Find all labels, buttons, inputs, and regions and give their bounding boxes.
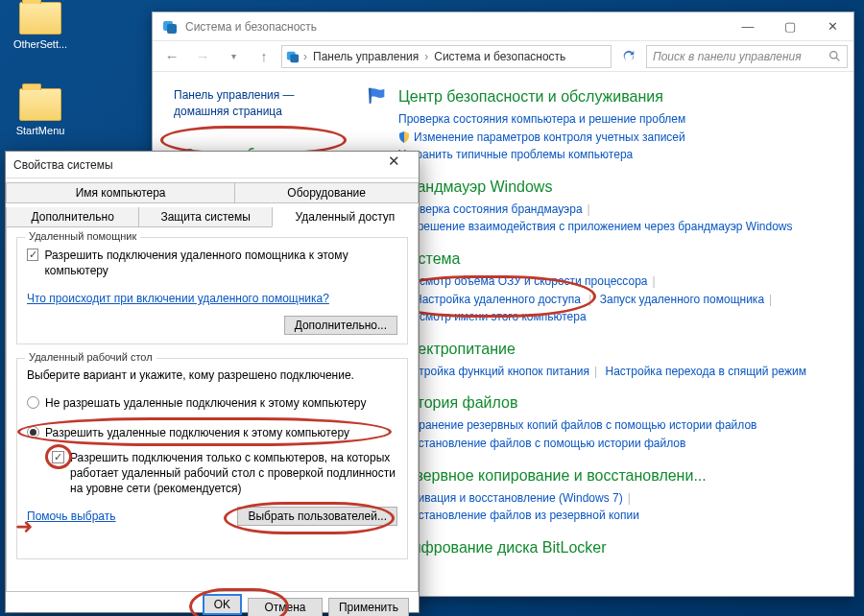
choose-hint: Выберите вариант и укажите, кому разреше… bbox=[27, 368, 397, 382]
svg-rect-1 bbox=[167, 24, 177, 34]
link-ram-cpu[interactable]: Просмотр объема ОЗУ и скорости процессор… bbox=[398, 274, 648, 288]
link-remote-helper[interactable]: Запуск удаленного помощника bbox=[600, 293, 764, 306]
minimize-button[interactable]: — bbox=[727, 12, 769, 41]
checkbox-label: Разрешить подключения удаленного помощни… bbox=[44, 248, 397, 278]
link-what-happens[interactable]: Что происходит при включении удаленного … bbox=[27, 292, 329, 305]
nav-recent-dropdown[interactable]: ▾ bbox=[220, 44, 247, 69]
sidebar-home-link[interactable]: Панель управления — домашняя страница bbox=[174, 87, 348, 120]
nav-forward-button[interactable]: → bbox=[189, 44, 216, 69]
refresh-button[interactable] bbox=[615, 44, 642, 69]
section-title[interactable]: Шифрование диска BitLocker bbox=[398, 539, 607, 557]
window-title: Система и безопасность bbox=[185, 20, 727, 34]
main-content: Центр безопасности и обслуживания Провер… bbox=[364, 72, 853, 596]
close-button[interactable]: ✕ bbox=[811, 12, 853, 41]
control-panel-icon bbox=[286, 50, 300, 63]
cancel-button[interactable]: Отмена bbox=[248, 598, 323, 616]
tab-computer-name[interactable]: Имя компьютера bbox=[6, 182, 234, 203]
advanced-button[interactable]: Дополнительно... bbox=[284, 316, 397, 335]
link-filehistory-backup[interactable]: Сохранение резервных копий файлов с помо… bbox=[398, 418, 757, 432]
link-firewall-status[interactable]: Проверка состояния брандмауэра bbox=[398, 202, 583, 216]
desktop-folder-othersettings[interactable]: OtherSett... bbox=[4, 2, 77, 50]
link-help-choose[interactable]: Помочь выбрать bbox=[27, 509, 116, 523]
radio-allow-remote[interactable] bbox=[27, 426, 39, 438]
dialog-titlebar[interactable]: Свойства системы ✕ bbox=[6, 152, 419, 178]
svg-rect-3 bbox=[290, 54, 299, 62]
system-properties-dialog: Свойства системы ✕ Имя компьютера Оборуд… bbox=[5, 151, 420, 613]
checkbox-label: Разрешить подключения только с компьютер… bbox=[70, 450, 397, 497]
ok-button[interactable]: OK bbox=[203, 594, 242, 615]
chevron-right-icon: › bbox=[303, 50, 307, 63]
search-icon bbox=[828, 50, 841, 62]
dialog-title: Свойства системы bbox=[13, 158, 376, 172]
link-filehistory-restore[interactable]: Восстановление файлов с помощью истории … bbox=[398, 437, 685, 450]
tab-system-protection[interactable]: Защита системы bbox=[139, 207, 271, 227]
group-remote-desktop: Удаленный рабочий стол bbox=[25, 351, 156, 363]
breadcrumb-item[interactable]: Система и безопасность bbox=[432, 50, 567, 63]
link-uac-settings[interactable]: Изменение параметров контроля учетных за… bbox=[414, 130, 685, 144]
link-restore-backup[interactable]: Восстановление файлов из резервной копии bbox=[398, 509, 639, 522]
svg-line-5 bbox=[836, 58, 839, 60]
nav-up-button[interactable]: ↑ bbox=[251, 44, 277, 69]
link-sleep-mode[interactable]: Настройка перехода в спящий режим bbox=[605, 365, 805, 378]
maximize-button[interactable]: ▢ bbox=[769, 12, 811, 41]
link-computer-name[interactable]: Просмотр имени этого компьютера bbox=[398, 310, 587, 323]
nav-back-button[interactable]: ← bbox=[158, 44, 185, 69]
radio-label: Не разрешать удаленные подключения к это… bbox=[45, 395, 366, 411]
address-bar[interactable]: › Панель управления › Система и безопасн… bbox=[281, 45, 612, 68]
link-troubleshoot[interactable]: Устранить типичные проблемы компьютера bbox=[398, 148, 633, 161]
desktop-folder-startmenu[interactable]: StartMenu bbox=[4, 88, 77, 136]
uac-shield-icon bbox=[398, 131, 410, 143]
desktop-icon-label: OtherSett... bbox=[4, 38, 77, 50]
desktop-icon-label: StartMenu bbox=[4, 125, 77, 136]
link-firewall-allow[interactable]: Разрешение взаимодействия с приложением … bbox=[398, 220, 793, 233]
navigation-bar: ← → ▾ ↑ › Панель управления › Система и … bbox=[153, 41, 853, 72]
svg-point-4 bbox=[830, 52, 837, 59]
link-check-status[interactable]: Проверка состояния компьютера и решение … bbox=[398, 112, 685, 126]
flag-icon bbox=[364, 85, 391, 108]
section-title[interactable]: Центр безопасности и обслуживания bbox=[398, 88, 663, 106]
control-panel-icon bbox=[162, 19, 178, 35]
link-backup-win7[interactable]: Архивация и восстановление (Windows 7) bbox=[398, 491, 623, 505]
group-remote-assistant: Удаленный помощник bbox=[25, 230, 140, 242]
breadcrumb-item[interactable]: Панель управления bbox=[311, 50, 420, 63]
apply-button[interactable]: Применить bbox=[328, 598, 409, 616]
folder-icon bbox=[19, 2, 61, 35]
window-titlebar[interactable]: Система и безопасность — ▢ ✕ bbox=[153, 12, 853, 41]
section-title[interactable]: Резервное копирование и восстановлени... bbox=[398, 467, 707, 485]
close-button[interactable]: ✕ bbox=[376, 153, 411, 178]
tab-remote-access[interactable]: Удаленный доступ bbox=[272, 207, 419, 227]
folder-icon bbox=[19, 88, 61, 121]
radio-label: Разрешить удаленные подключения к этому … bbox=[45, 425, 349, 440]
checkbox-nla-only[interactable]: ✓ bbox=[52, 451, 64, 463]
radio-disallow-remote[interactable] bbox=[27, 396, 39, 409]
annotation-oval bbox=[45, 444, 72, 469]
search-input[interactable]: Поиск в панели управления bbox=[646, 45, 848, 68]
dialog-buttons: OK Отмена Применить bbox=[6, 592, 419, 616]
chevron-right-icon: › bbox=[424, 50, 428, 63]
link-remote-config[interactable]: Настройка удаленного доступа bbox=[414, 293, 581, 306]
section-title[interactable]: Брандмауэр Windows bbox=[398, 178, 552, 196]
checkbox-allow-assistant[interactable]: ✓ bbox=[27, 249, 38, 261]
search-placeholder: Поиск в панели управления bbox=[653, 50, 802, 63]
link-power-buttons[interactable]: Настройка функций кнопок питания bbox=[398, 365, 589, 378]
tab-advanced[interactable]: Дополнительно bbox=[6, 207, 139, 227]
select-users-button[interactable]: Выбрать пользователей... bbox=[237, 507, 397, 526]
tab-hardware[interactable]: Оборудование bbox=[234, 182, 419, 203]
